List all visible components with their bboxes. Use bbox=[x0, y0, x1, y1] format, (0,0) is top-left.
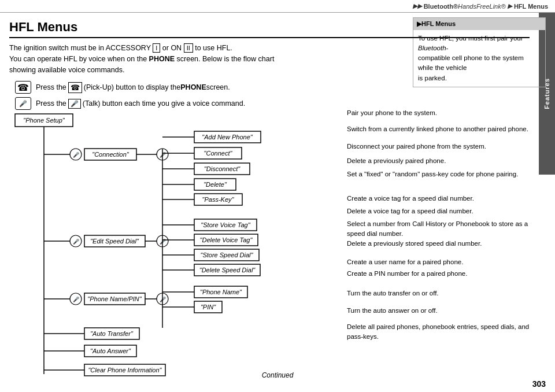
svg-text:"Auto Transfer": "Auto Transfer" bbox=[90, 330, 134, 337]
desc-phone-name: Create a user name for a paired phone. bbox=[345, 257, 463, 267]
desc-auto-transfer: Turn the auto transfer on or off. bbox=[345, 289, 439, 298]
breadcrumb-part1: Bluetooth® bbox=[424, 3, 458, 10]
step1-row: ☎ Press the ☎ (Pick-Up) button to displa… bbox=[15, 81, 530, 94]
talk-icon-inline: 🎤 bbox=[68, 99, 81, 109]
svg-text:"Phone Setup": "Phone Setup" bbox=[23, 117, 65, 124]
svg-text:"Auto Answer": "Auto Answer" bbox=[90, 347, 131, 354]
breadcrumb: ▶▶ Bluetooth® HandsFreeLink® ▶ HFL Menus bbox=[0, 0, 555, 13]
flowchart-svg: "Phone Setup" 🎤 "Connection" 🎤 "Add New … bbox=[9, 108, 345, 391]
page-title: HFL Menus bbox=[9, 20, 530, 38]
svg-text:🎤: 🎤 bbox=[73, 238, 80, 245]
svg-text:"Store Voice Tag": "Store Voice Tag" bbox=[201, 221, 250, 228]
desc-store-voice-tag: Create a voice tag for a speed dial numb… bbox=[345, 194, 474, 204]
desc-disconnect: Disconnect your paired phone from the sy… bbox=[345, 142, 486, 151]
svg-text:"PIN": "PIN" bbox=[201, 304, 216, 310]
flowchart-area: "Phone Setup" 🎤 "Connection" 🎤 "Add New … bbox=[9, 108, 345, 383]
desc-delete-speed-dial: Delete a previously stored speed dial nu… bbox=[345, 239, 482, 249]
main-content: HFL Menus The ignition switch must be in… bbox=[0, 13, 539, 392]
desc-connect: Switch from a currently linked phone to … bbox=[345, 124, 528, 134]
svg-text:"Phone Name": "Phone Name" bbox=[200, 289, 242, 295]
desc-pin: Create a PIN number for a paired phone. bbox=[345, 269, 467, 279]
intro-paragraph: The ignition switch must be in ACCESSORY… bbox=[9, 43, 345, 75]
on-icon: II bbox=[184, 43, 193, 53]
svg-text:"Phone Name/PIN": "Phone Name/PIN" bbox=[87, 295, 142, 302]
desc-clear-phone: Delete all paired phones, phonebook entr… bbox=[345, 322, 530, 342]
desc-add-new-phone: Pair your phone to the system. bbox=[345, 108, 437, 118]
svg-text:"Pass-Key": "Pass-Key" bbox=[202, 196, 235, 203]
steps-area: ☎ Press the ☎ (Pick-Up) button to displa… bbox=[15, 81, 530, 110]
svg-text:"Connection": "Connection" bbox=[92, 151, 130, 158]
svg-text:🎤: 🎤 bbox=[73, 151, 80, 158]
svg-text:"Delete Voice Tag": "Delete Voice Tag" bbox=[200, 236, 253, 243]
breadcrumb-part2: HFL Menus bbox=[514, 3, 548, 10]
svg-text:"Disconnect": "Disconnect" bbox=[204, 165, 240, 172]
pickup-button-icon: ☎ bbox=[15, 81, 31, 94]
continued-label: Continued bbox=[262, 371, 294, 379]
svg-text:"Connect": "Connect" bbox=[204, 150, 233, 157]
accessory-icon: I bbox=[153, 43, 160, 53]
pickup-icon-inline: ☎ bbox=[68, 82, 82, 93]
svg-text:"Edit Speed Dial": "Edit Speed Dial" bbox=[90, 238, 139, 245]
svg-text:"Add New Phone": "Add New Phone" bbox=[202, 134, 253, 140]
desc-pass-key: Set a "fixed" or "random" pass-key code … bbox=[345, 169, 518, 179]
svg-text:"Delete Speed Dial": "Delete Speed Dial" bbox=[199, 267, 256, 273]
desc-store-speed-dial: Select a number from Call History or Pho… bbox=[345, 219, 530, 239]
desc-delete-voice-tag: Delete a voice tag for a speed dial numb… bbox=[345, 206, 473, 216]
desc-delete: Delete a previously paired phone. bbox=[345, 156, 446, 166]
svg-text:"Store Speed Dial": "Store Speed Dial" bbox=[201, 252, 254, 258]
svg-text:"Clear Phone Information": "Clear Phone Information" bbox=[88, 367, 162, 373]
svg-text:🎤: 🎤 bbox=[73, 296, 80, 303]
desc-auto-answer: Turn the auto answer on or off. bbox=[345, 306, 438, 316]
svg-text:"Delete": "Delete" bbox=[204, 181, 227, 188]
page-number: 303 bbox=[532, 379, 546, 389]
